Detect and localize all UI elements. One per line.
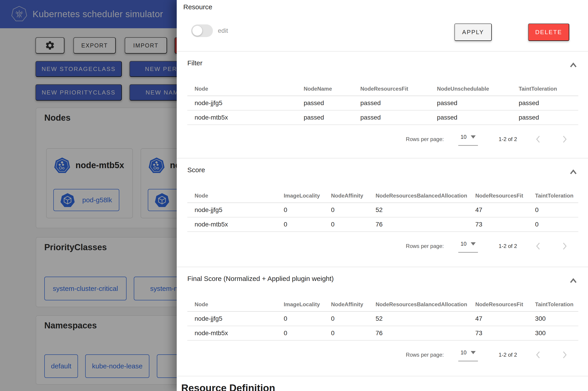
rows-per-page-value: 10	[461, 241, 467, 247]
column-header[interactable]: ImageLocality	[276, 297, 324, 311]
column-header[interactable]: NodeResourcesBalancedAllocation	[368, 297, 468, 311]
table-cell: passed	[353, 96, 430, 110]
table-cell: passed	[430, 110, 512, 125]
next-page-button[interactable]	[560, 350, 570, 360]
delete-button[interactable]: DELETE	[528, 23, 569, 41]
chevron-right-icon	[560, 350, 570, 360]
table-cell: 0	[276, 311, 324, 326]
column-header[interactable]: NodeAffinity	[324, 189, 368, 203]
pagination-range-label: 1-2 of 2	[499, 352, 517, 358]
next-page-button[interactable]	[560, 134, 570, 144]
chevron-up-icon	[570, 169, 577, 175]
table-cell: node-jjfg5	[187, 203, 276, 217]
table-cell: 0	[324, 217, 368, 232]
table-cell: node-jjfg5	[187, 96, 296, 110]
table-cell: 0	[324, 203, 368, 217]
edit-toggle[interactable]	[191, 24, 213, 37]
chevron-up-icon	[570, 62, 577, 68]
column-header[interactable]: ImageLocality	[276, 189, 324, 203]
rows-per-page-label: Rows per page:	[406, 136, 444, 142]
chevron-right-icon	[560, 134, 570, 144]
table-cell: node-jjfg5	[187, 311, 276, 326]
table-row: node-mtb5x007673300	[187, 326, 578, 340]
rows-per-page-select[interactable]: 10	[458, 349, 478, 361]
table-cell: 47	[468, 203, 528, 217]
collapse-section-button[interactable]	[570, 169, 577, 176]
plugin-results-table: NodeNodeNameNodeResourcesFitNodeUnschedu…	[187, 82, 578, 125]
table-cell: 76	[368, 326, 468, 340]
table-cell: passed	[296, 96, 353, 110]
table-cell: 300	[528, 311, 578, 326]
table-cell: 0	[276, 326, 324, 340]
column-header[interactable]: Node	[187, 82, 296, 96]
drawer-title: Resource	[183, 3, 212, 11]
table-pagination: Rows per page: 10 1-2 of 2	[177, 132, 570, 146]
dropdown-arrow-icon	[471, 242, 476, 245]
column-header[interactable]: NodeResourcesFit	[468, 297, 528, 311]
column-header[interactable]: TaintToleration	[528, 297, 578, 311]
collapse-section-button[interactable]	[570, 62, 577, 69]
previous-page-button[interactable]	[533, 134, 543, 144]
next-page-button[interactable]	[560, 241, 570, 251]
table-cell: 73	[468, 326, 528, 340]
column-header[interactable]: NodeAffinity	[324, 297, 368, 311]
table-cell: passed	[430, 96, 512, 110]
table-cell: 52	[368, 311, 468, 326]
edit-toggle-knob	[192, 26, 202, 36]
dropdown-arrow-icon	[471, 351, 476, 354]
filter-section: Filter NodeNodeNameNodeResourcesFitNodeU…	[177, 51, 588, 158]
table-cell: 0	[276, 203, 324, 217]
chevron-right-icon	[560, 241, 570, 251]
pagination-range-label: 1-2 of 2	[499, 243, 517, 249]
column-header[interactable]: TaintToleration	[528, 189, 578, 203]
table-cell: 52	[368, 203, 468, 217]
section-title: Final Score (Normalized + Applied plugin…	[187, 275, 334, 283]
table-cell: 300	[528, 326, 578, 340]
rows-per-page-value: 10	[461, 134, 467, 140]
table-cell: node-mtb5x	[187, 110, 296, 125]
divider	[177, 376, 588, 376]
table-cell: 0	[528, 203, 578, 217]
table-cell: 0	[528, 217, 578, 232]
table-cell: node-mtb5x	[187, 326, 276, 340]
app-root: Kubernetes scheduler simulator EXPORT IM…	[0, 0, 588, 391]
delete-button-label: DELETE	[535, 29, 562, 36]
rows-per-page-select[interactable]: 10	[458, 133, 478, 146]
chevron-up-icon	[570, 278, 577, 284]
rows-per-page-value: 10	[461, 349, 467, 356]
column-header[interactable]: Node	[187, 189, 276, 203]
table-cell: passed	[353, 110, 430, 125]
table-row: node-mtb5xpassedpassedpassedpassed	[187, 110, 578, 125]
table-cell: passed	[296, 110, 353, 125]
score-section: Score NodeImageLocalityNodeAffinityNodeR…	[177, 158, 588, 265]
apply-button[interactable]: APPLY	[454, 23, 492, 41]
column-header[interactable]: NodeName	[296, 82, 353, 96]
table-pagination: Rows per page: 10 1-2 of 2	[177, 348, 570, 362]
column-header[interactable]: NodeResourcesFit	[353, 82, 430, 96]
plugin-results-table: NodeImageLocalityNodeAffinityNodeResourc…	[187, 189, 578, 232]
table-row: node-jjfg50052470	[187, 203, 578, 217]
column-header[interactable]: TaintToleration	[511, 82, 578, 96]
previous-page-button[interactable]	[533, 241, 543, 251]
rows-per-page-label: Rows per page:	[406, 243, 444, 249]
table-cell: 0	[324, 311, 368, 326]
chevron-left-icon	[533, 350, 543, 360]
column-header[interactable]: NodeUnschedulable	[430, 82, 512, 96]
table-row: node-jjfg5005247300	[187, 311, 578, 326]
rows-per-page-select[interactable]: 10	[458, 240, 478, 253]
table-row: node-jjfg5passedpassedpassedpassed	[187, 96, 578, 110]
final-score-section: Final Score (Normalized + Applied plugin…	[177, 267, 588, 374]
previous-page-button[interactable]	[533, 350, 543, 360]
resource-drawer: Resource edit APPLY DELETE Filter NodeNo…	[177, 0, 588, 391]
table-cell: 76	[368, 217, 468, 232]
table-cell: 0	[324, 326, 368, 340]
apply-button-label: APPLY	[462, 29, 484, 36]
column-header[interactable]: NodeResourcesFit	[468, 189, 528, 203]
resource-definition-heading: Resource Definition	[181, 383, 275, 391]
table-cell: 47	[468, 311, 528, 326]
column-header[interactable]: NodeResourcesBalancedAllocation	[368, 189, 468, 203]
column-header[interactable]: Node	[187, 297, 276, 311]
collapse-section-button[interactable]	[570, 278, 577, 284]
table-pagination: Rows per page: 10 1-2 of 2	[177, 239, 570, 253]
section-title: Filter	[187, 59, 202, 67]
